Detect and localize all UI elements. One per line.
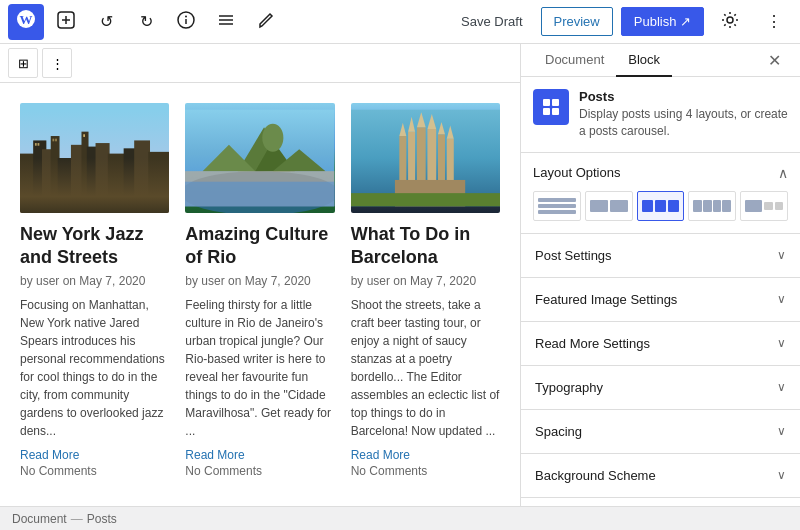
accordion-typography[interactable]: Typography ∨ bbox=[521, 366, 800, 410]
chevron-down-icon: ∨ bbox=[777, 292, 786, 306]
block-icon bbox=[533, 89, 569, 125]
chevron-down-icon: ∨ bbox=[777, 468, 786, 482]
save-draft-button[interactable]: Save Draft bbox=[451, 8, 532, 35]
post-card: What To Do in Barcelona by user on May 7… bbox=[351, 103, 500, 478]
post-meta: by user on May 7, 2020 bbox=[20, 274, 169, 288]
svg-rect-28 bbox=[53, 139, 55, 142]
post-image-rio bbox=[185, 103, 334, 213]
svg-rect-19 bbox=[81, 132, 88, 207]
svg-point-37 bbox=[263, 124, 284, 152]
post-title: New York Jazz and Streets bbox=[20, 223, 169, 270]
post-excerpt: Feeling thirsty for a little culture in … bbox=[185, 296, 334, 440]
redo-icon: ↻ bbox=[140, 12, 153, 31]
sidebar-tabs: Document Block ✕ bbox=[521, 44, 800, 77]
accordion-spacing[interactable]: Spacing ∨ bbox=[521, 410, 800, 454]
svg-rect-54 bbox=[351, 193, 500, 206]
editor-content: New York Jazz and Streets by user on May… bbox=[0, 83, 520, 506]
layout-option-carousel[interactable] bbox=[740, 191, 788, 221]
post-readmore[interactable]: Read More bbox=[185, 448, 334, 462]
accordion-advanced[interactable]: Advanced ∨ bbox=[521, 498, 800, 506]
post-meta: by user on May 7, 2020 bbox=[351, 274, 500, 288]
layout-options-header: Layout Options ∧ bbox=[533, 165, 788, 181]
accordion-featured-image-settings[interactable]: Featured Image Settings ∨ bbox=[521, 278, 800, 322]
add-block-button[interactable] bbox=[48, 4, 84, 40]
layout-options-section: Layout Options ∧ bbox=[521, 153, 800, 234]
block-toolbar: ⊞ ⋮ bbox=[0, 44, 520, 83]
list-view-button[interactable] bbox=[208, 4, 244, 40]
settings-button[interactable] bbox=[712, 4, 748, 40]
wp-logo-button[interactable]: W bbox=[8, 4, 44, 40]
chevron-down-icon: ∨ bbox=[777, 248, 786, 262]
svg-rect-21 bbox=[96, 143, 110, 206]
accordion-label: Featured Image Settings bbox=[535, 292, 677, 307]
info-icon bbox=[177, 11, 195, 33]
accordion-read-more-settings[interactable]: Read More Settings ∨ bbox=[521, 322, 800, 366]
redo-button[interactable]: ↻ bbox=[128, 4, 164, 40]
publish-button[interactable]: Publish ↗ bbox=[621, 7, 704, 36]
accordion-label: Post Settings bbox=[535, 248, 612, 263]
undo-button[interactable]: ↺ bbox=[88, 4, 124, 40]
block-more-button[interactable]: ⋮ bbox=[42, 48, 72, 78]
wp-logo-icon: W bbox=[16, 9, 36, 34]
svg-rect-26 bbox=[35, 143, 37, 146]
accordion-post-settings[interactable]: Post Settings ∨ bbox=[521, 234, 800, 278]
post-comments: No Comments bbox=[351, 464, 500, 478]
svg-rect-25 bbox=[148, 152, 169, 206]
svg-rect-24 bbox=[134, 140, 150, 206]
dots-icon: ⋮ bbox=[51, 56, 64, 71]
edit-icon bbox=[257, 11, 275, 33]
svg-rect-29 bbox=[55, 139, 57, 142]
svg-rect-13 bbox=[20, 154, 38, 207]
block-description: Display posts using 4 layouts, or create… bbox=[579, 106, 788, 140]
sidebar-close-button[interactable]: ✕ bbox=[760, 46, 788, 74]
accordion-label: Spacing bbox=[535, 424, 582, 439]
tab-block[interactable]: Block bbox=[616, 44, 672, 77]
svg-rect-58 bbox=[552, 108, 559, 115]
tab-document[interactable]: Document bbox=[533, 44, 616, 77]
info-button[interactable] bbox=[168, 4, 204, 40]
layout-option-3[interactable] bbox=[637, 191, 685, 221]
post-title: Amazing Culture of Rio bbox=[185, 223, 334, 270]
svg-point-7 bbox=[185, 15, 187, 17]
statusbar-separator: — bbox=[71, 512, 83, 526]
preview-button[interactable]: Preview bbox=[541, 7, 613, 36]
grid-icon: ⊞ bbox=[18, 56, 29, 71]
accordion-label: Read More Settings bbox=[535, 336, 650, 351]
layout-option-1[interactable] bbox=[533, 191, 581, 221]
svg-rect-18 bbox=[71, 145, 83, 206]
edit-button[interactable] bbox=[248, 4, 284, 40]
statusbar-document: Document bbox=[12, 512, 67, 526]
gear-icon bbox=[721, 11, 739, 33]
list-icon bbox=[217, 11, 235, 33]
more-icon: ⋮ bbox=[766, 12, 782, 31]
posts-grid: New York Jazz and Streets by user on May… bbox=[20, 103, 500, 478]
layout-option-4[interactable] bbox=[688, 191, 736, 221]
block-toggle-button[interactable]: ⊞ bbox=[8, 48, 38, 78]
post-comments: No Comments bbox=[20, 464, 169, 478]
svg-rect-27 bbox=[38, 143, 40, 146]
svg-rect-56 bbox=[552, 99, 559, 106]
svg-rect-12 bbox=[20, 110, 169, 207]
close-icon: ✕ bbox=[768, 51, 781, 70]
post-title: What To Do in Barcelona bbox=[351, 223, 500, 270]
block-info: Posts Display posts using 4 layouts, or … bbox=[521, 77, 800, 153]
post-card: New York Jazz and Streets by user on May… bbox=[20, 103, 169, 478]
chevron-down-icon: ∨ bbox=[777, 424, 786, 438]
post-readmore[interactable]: Read More bbox=[20, 448, 169, 462]
more-options-button[interactable]: ⋮ bbox=[756, 4, 792, 40]
accordion-label: Typography bbox=[535, 380, 603, 395]
chevron-down-icon: ∨ bbox=[777, 380, 786, 394]
svg-rect-16 bbox=[51, 136, 60, 206]
svg-rect-55 bbox=[543, 99, 550, 106]
chevron-down-icon: ∨ bbox=[777, 336, 786, 350]
toolbar: W ↺ ↻ bbox=[0, 0, 800, 44]
layout-option-2[interactable] bbox=[585, 191, 633, 221]
sidebar: Document Block ✕ Posts Display posts usi… bbox=[520, 44, 800, 506]
statusbar-posts: Posts bbox=[87, 512, 117, 526]
editor-area: ⊞ ⋮ bbox=[0, 44, 520, 506]
post-readmore[interactable]: Read More bbox=[351, 448, 500, 462]
svg-rect-17 bbox=[58, 158, 74, 206]
accordion-background-scheme[interactable]: Background Scheme ∨ bbox=[521, 454, 800, 498]
post-image-ny bbox=[20, 103, 169, 213]
statusbar: Document — Posts bbox=[0, 506, 800, 530]
